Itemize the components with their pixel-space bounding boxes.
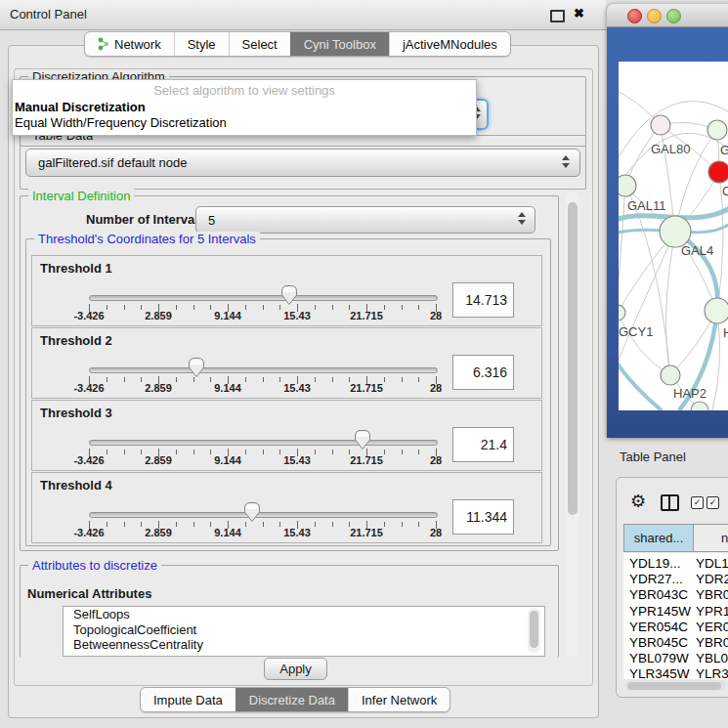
table-data-combobox[interactable]: galFiltered.sif default node xyxy=(25,149,580,177)
table-rows[interactable]: YDL19...YDL1YDR27...YDR2YBR043CYBR0YPR14… xyxy=(623,553,728,679)
num-intervals-combobox[interactable]: 5 xyxy=(195,206,535,234)
slider-tick xyxy=(315,377,316,382)
network-node-label-ga: GA xyxy=(720,143,728,157)
tab-cyni-toolbox[interactable]: Cyni Toolbox xyxy=(290,32,389,56)
tab-jactivemnodules[interactable]: jActiveMNodules xyxy=(389,32,510,56)
table-cell-name[interactable]: YDR2 xyxy=(696,572,728,586)
table-cell-shared[interactable]: YER054C xyxy=(629,620,688,634)
attribute-item-topologicalcoefficient[interactable]: TopologicalCoefficient xyxy=(64,622,544,638)
tab-label: Discretize Data xyxy=(249,693,335,707)
bottom-tab-bar: Impute DataDiscretize DataInfer Network xyxy=(140,687,450,712)
threshold-value-field[interactable]: 11.344 xyxy=(452,499,514,535)
table-cell-shared[interactable]: YPR145W xyxy=(629,604,691,619)
main-scrollbar-thumb[interactable] xyxy=(568,202,578,515)
tab-impute-data[interactable]: Impute Data xyxy=(141,688,236,711)
slider-tick-label: 9.144 xyxy=(214,310,241,321)
table-cell-shared[interactable]: YBR043C xyxy=(629,587,688,602)
table-cell-name[interactable]: YLR3 xyxy=(696,666,728,679)
slider-thumb[interactable] xyxy=(243,501,261,526)
float-window-icon[interactable] xyxy=(550,10,565,22)
slider-tick xyxy=(107,305,107,310)
network-node[interactable] xyxy=(619,175,636,196)
slider-tick xyxy=(402,305,403,310)
network-node[interactable] xyxy=(705,298,728,323)
close-icon[interactable]: ✖ xyxy=(574,6,584,21)
slider-tick-label: 9.144 xyxy=(214,382,241,394)
network-node[interactable] xyxy=(619,305,625,321)
table-hscrollbar-track[interactable] xyxy=(625,680,726,691)
network-node[interactable] xyxy=(661,365,680,385)
table-column-header-name[interactable]: n xyxy=(693,524,728,552)
table-column-header-shared[interactable]: shared... xyxy=(623,524,694,552)
algorithm-option-equal-width-frequency-discretization[interactable]: Equal Width/Frequency Discretization xyxy=(13,115,476,131)
slider-tick xyxy=(107,377,107,382)
algorithm-option-manual-discretization[interactable]: Manual Discretization xyxy=(13,100,476,115)
network-canvas[interactable]: GAL80GACGAL11GAL4GCY1HHAP2 xyxy=(619,62,728,410)
minimize-traffic-light[interactable] xyxy=(647,9,662,23)
tab-network[interactable]: Network xyxy=(85,32,174,56)
slider-tick xyxy=(193,450,194,454)
slider-thumb[interactable] xyxy=(354,429,371,453)
threshold-value-field[interactable]: 21.4 xyxy=(452,427,514,462)
threshold-value-field[interactable]: 6.316 xyxy=(452,355,514,390)
table-cell-name[interactable]: YBR0 xyxy=(696,587,728,602)
table-cell-shared[interactable]: YLR345W xyxy=(629,666,690,679)
slider-thumb[interactable] xyxy=(188,357,205,381)
slider-track[interactable] xyxy=(89,440,438,446)
attribute-item-betweennesscentrality[interactable]: BetweennessCentrality xyxy=(64,637,544,653)
network-node-label-gal80: GAL80 xyxy=(651,142,690,156)
tab-label: Select xyxy=(242,37,278,52)
main-scrollbar-track[interactable] xyxy=(566,192,579,657)
table-cell-name[interactable]: YDL1 xyxy=(696,556,728,571)
network-node[interactable] xyxy=(691,402,708,410)
slider-tick xyxy=(193,305,194,310)
slider-tick-label: -3.426 xyxy=(73,382,104,394)
gear-icon[interactable]: ⚙ xyxy=(630,491,646,512)
slider-tick xyxy=(263,450,264,454)
table-cell-shared[interactable]: YDR27... xyxy=(629,572,683,586)
attributes-scrollbar-thumb[interactable] xyxy=(530,611,538,648)
tab-select[interactable]: Select xyxy=(229,32,290,56)
zoom-traffic-light[interactable] xyxy=(666,9,681,23)
tab-infer-network[interactable]: Infer Network xyxy=(348,688,450,711)
tab-style[interactable]: Style xyxy=(174,32,229,56)
slider-tick-label: -3.426 xyxy=(73,454,104,466)
slider-track[interactable] xyxy=(89,512,438,518)
checkbox-icon-2[interactable]: ✓ xyxy=(707,496,719,509)
slider-tick xyxy=(332,522,333,527)
slider-tick xyxy=(279,377,280,382)
apply-button[interactable]: Apply xyxy=(264,658,327,680)
slider-thumb[interactable] xyxy=(280,284,298,309)
threshold-value-field[interactable]: 14.713 xyxy=(452,282,514,318)
numerical-attributes-list[interactable]: SelfLoopsTopologicalCoefficientBetweenne… xyxy=(63,606,545,657)
panel-title: Control Panel xyxy=(10,7,87,21)
network-node[interactable] xyxy=(708,161,728,183)
checkbox-icon-1[interactable]: ✓ xyxy=(691,496,704,509)
table-cell-name[interactable]: YBR0 xyxy=(696,635,728,650)
slider-tick-label: 28 xyxy=(430,382,442,394)
table-cell-shared[interactable]: YDL19... xyxy=(629,556,681,571)
network-node-label-hap2: HAP2 xyxy=(673,386,707,401)
network-node[interactable] xyxy=(651,115,670,135)
split-columns-icon[interactable] xyxy=(661,494,679,511)
network-window-titlebar xyxy=(607,4,728,27)
table-cell-name[interactable]: YBL0 xyxy=(696,651,728,665)
table-cell-shared[interactable]: YBR045C xyxy=(629,635,688,650)
table-cell-shared[interactable]: YBL079W xyxy=(629,651,689,665)
table-cell-name[interactable]: YPR1 xyxy=(696,604,728,619)
network-node[interactable] xyxy=(707,120,727,140)
attribute-item-selfloops[interactable]: SelfLoops xyxy=(64,607,544,622)
slider-tick xyxy=(418,305,419,310)
attributes-scrollbar-track[interactable] xyxy=(528,608,540,653)
close-traffic-light[interactable] xyxy=(627,9,642,23)
slider-tick xyxy=(210,450,211,454)
table-hscrollbar-thumb[interactable] xyxy=(627,682,721,690)
tab-discretize-data[interactable]: Discretize Data xyxy=(236,688,348,711)
slider-tick xyxy=(263,377,264,382)
slider-track[interactable] xyxy=(89,367,438,373)
network-edge xyxy=(619,186,625,306)
slider-tick-label: 21.715 xyxy=(350,454,383,466)
slider-track[interactable] xyxy=(89,295,438,301)
slider-tick xyxy=(332,377,333,382)
table-cell-name[interactable]: YER0 xyxy=(696,620,728,634)
